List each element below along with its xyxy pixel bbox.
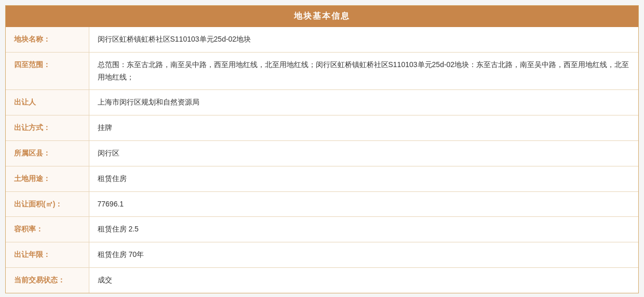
- table-row: 所属区县：闵行区: [6, 140, 638, 166]
- table-row: 出让面积(㎡)：77696.1: [6, 191, 638, 217]
- table-row: 出让年限：租赁住房 70年: [6, 242, 638, 268]
- section-header: 地块基本信息: [6, 6, 638, 27]
- row-label: 土地用途：: [6, 166, 89, 191]
- table-row: 当前交易状态：成交: [6, 267, 638, 292]
- table-row: 地块名称：闵行区虹桥镇虹桥社区S110103单元25d-02地块: [6, 27, 638, 52]
- main-container: 地块基本信息 地块名称：闵行区虹桥镇虹桥社区S110103单元25d-02地块四…: [5, 5, 639, 293]
- row-value: 挂牌: [89, 115, 638, 141]
- row-label: 地块名称：: [6, 27, 89, 52]
- info-table: 地块名称：闵行区虹桥镇虹桥社区S110103单元25d-02地块四至范围：总范围…: [6, 27, 638, 293]
- table-row: 四至范围：总范围：东至古北路，南至吴中路，西至用地红线，北至用地红线；闵行区虹桥…: [6, 52, 638, 90]
- row-value: 闵行区: [89, 140, 638, 166]
- header-title: 地块基本信息: [294, 11, 350, 20]
- row-value: 闵行区虹桥镇虹桥社区S110103单元25d-02地块: [89, 27, 638, 52]
- row-label: 出让年限：: [6, 242, 89, 268]
- row-value: 租赁住房: [89, 166, 638, 191]
- row-value: 77696.1: [89, 191, 638, 217]
- table-row: 出让人上海市闵行区规划和自然资源局: [6, 90, 638, 115]
- row-label: 出让方式：: [6, 115, 89, 141]
- table-row: 容积率：租赁住房 2.5: [6, 217, 638, 242]
- row-label: 四至范围：: [6, 52, 89, 90]
- row-label: 出让人: [6, 90, 89, 115]
- row-label: 容积率：: [6, 217, 89, 242]
- row-value: 租赁住房 70年: [89, 242, 638, 268]
- row-label: 当前交易状态：: [6, 267, 89, 292]
- row-value: 租赁住房 2.5: [89, 217, 638, 242]
- row-value: 成交: [89, 267, 638, 292]
- row-value: 上海市闵行区规划和自然资源局: [89, 90, 638, 115]
- table-row: 土地用途：租赁住房: [6, 166, 638, 191]
- row-label: 所属区县：: [6, 140, 89, 166]
- table-row: 出让方式：挂牌: [6, 115, 638, 141]
- row-value: 总范围：东至古北路，南至吴中路，西至用地红线，北至用地红线；闵行区虹桥镇虹桥社区…: [89, 52, 638, 90]
- row-label: 出让面积(㎡)：: [6, 191, 89, 217]
